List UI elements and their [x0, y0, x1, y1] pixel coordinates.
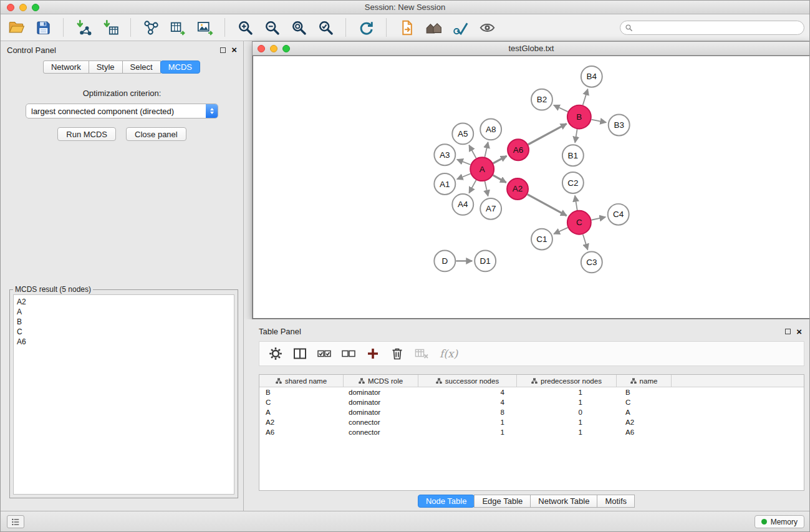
- table-cell[interactable]: B: [259, 387, 344, 397]
- table-cell[interactable]: A: [259, 407, 344, 417]
- zoom-in-button[interactable]: [233, 17, 257, 38]
- tab-motifs[interactable]: Motifs: [597, 495, 635, 508]
- table-cell[interactable]: 1: [517, 417, 617, 427]
- graph-edge-A-A8[interactable]: [485, 142, 488, 157]
- graph-node-A4[interactable]: A4: [452, 194, 473, 215]
- tab-style[interactable]: Style: [89, 60, 123, 74]
- graph-edge-B-B4[interactable]: [583, 89, 588, 105]
- table-cell[interactable]: 4: [418, 387, 517, 397]
- save-session-button[interactable]: [31, 17, 55, 38]
- import-network-button[interactable]: [72, 17, 95, 38]
- table-cell[interactable]: dominator: [344, 387, 418, 397]
- zoom-out-button[interactable]: [260, 17, 284, 38]
- graph-edge-A-A7[interactable]: [485, 181, 488, 196]
- table-cell[interactable]: A2: [617, 417, 672, 427]
- zoom-window-button[interactable]: [32, 4, 39, 11]
- table-cell[interactable]: connector: [344, 417, 418, 427]
- table-row[interactable]: Adominator80A: [259, 407, 804, 417]
- export-table-button[interactable]: [166, 17, 190, 38]
- import-table-button[interactable]: [99, 17, 122, 38]
- table-row[interactable]: Bdominator41B: [259, 387, 804, 397]
- graph-node-A1[interactable]: A1: [434, 173, 455, 195]
- graph-edge-B-B1[interactable]: [575, 129, 577, 142]
- network-minimize-button[interactable]: [270, 45, 277, 52]
- column-header-shared-name[interactable]: shared name: [259, 375, 344, 387]
- graph-node-B3[interactable]: B3: [609, 115, 630, 136]
- graph-edge-A-A2[interactable]: [493, 175, 506, 183]
- float-panel-icon[interactable]: [220, 47, 226, 53]
- graph-node-A2[interactable]: A2: [507, 178, 528, 200]
- graph-node-B1[interactable]: B1: [562, 145, 584, 166]
- open-folder-button[interactable]: [4, 17, 28, 38]
- close-table-panel-icon[interactable]: ×: [796, 329, 802, 335]
- graph-node-C4[interactable]: C4: [608, 204, 629, 225]
- search-input[interactable]: [633, 24, 804, 32]
- tab-network[interactable]: Network: [43, 60, 89, 74]
- table-cell[interactable]: 1: [517, 397, 617, 407]
- home-layout-button[interactable]: [422, 17, 445, 38]
- table-cell[interactable]: 8: [418, 407, 517, 417]
- graph-node-A5[interactable]: A5: [452, 123, 473, 144]
- minimize-window-button[interactable]: [19, 4, 27, 11]
- graph-node-C2[interactable]: C2: [562, 172, 584, 193]
- graph-node-A6[interactable]: A6: [508, 139, 529, 160]
- graph-node-A[interactable]: A: [470, 157, 494, 181]
- refresh-layout-button[interactable]: [354, 17, 378, 38]
- graph-node-A8[interactable]: A8: [480, 119, 501, 140]
- graph-node-C3[interactable]: C3: [581, 252, 602, 273]
- show-hide-button[interactable]: [475, 17, 499, 38]
- graph-edge-C-C1[interactable]: [554, 228, 568, 234]
- table-cell[interactable]: dominator: [344, 407, 418, 417]
- table-cell[interactable]: A6: [617, 427, 672, 437]
- graph-edge-A-A1[interactable]: [457, 174, 471, 180]
- table-cell[interactable]: 1: [418, 417, 517, 427]
- table-cell[interactable]: C: [259, 397, 344, 407]
- network-zoom-button[interactable]: [282, 45, 290, 52]
- settings-gear-button[interactable]: [267, 345, 284, 362]
- graph-node-C1[interactable]: C1: [531, 229, 552, 250]
- zoom-fit-button[interactable]: [287, 17, 311, 38]
- graph-node-D1[interactable]: D1: [475, 251, 496, 272]
- memory-indicator[interactable]: Memory: [755, 515, 804, 528]
- graph-node-B2[interactable]: B2: [531, 89, 552, 110]
- apply-style-button[interactable]: [448, 17, 472, 38]
- result-item[interactable]: B: [17, 317, 231, 327]
- graph-node-D[interactable]: D: [434, 251, 455, 272]
- select-all-button[interactable]: [316, 345, 333, 362]
- add-column-button[interactable]: [364, 345, 382, 362]
- table-cell[interactable]: 0: [517, 407, 617, 417]
- network-canvas[interactable]: B4B2BB3A5A8A6B1A3AC2A1A2A4A7C4CC1C3DD1: [253, 56, 810, 319]
- criterion-dropdown[interactable]: largest connected component (directed): [26, 104, 218, 118]
- graph-edge-A6-B[interactable]: [528, 123, 567, 144]
- import-network-file-button[interactable]: [395, 17, 418, 38]
- zoom-selected-button[interactable]: [314, 17, 337, 38]
- graph-node-B4[interactable]: B4: [581, 66, 602, 87]
- result-item[interactable]: C: [17, 327, 231, 337]
- function-builder-button[interactable]: f(x): [440, 347, 458, 360]
- search-box[interactable]: [620, 21, 804, 35]
- graph-edge-A-A6[interactable]: [493, 156, 507, 163]
- network-close-button[interactable]: [258, 45, 265, 52]
- tab-mcds[interactable]: MCDS: [160, 60, 200, 74]
- table-cell[interactable]: A: [617, 407, 672, 417]
- column-header-mcds-role[interactable]: MCDS role: [344, 375, 418, 387]
- graph-edge-A2-C[interactable]: [528, 195, 567, 216]
- table-cell[interactable]: A2: [259, 417, 344, 427]
- graph-edge-C-C4[interactable]: [591, 217, 605, 220]
- close-panel-button[interactable]: Close panel: [126, 127, 186, 141]
- close-panel-icon[interactable]: ×: [231, 47, 237, 53]
- panel-list-button[interactable]: [7, 515, 24, 528]
- tab-network-table[interactable]: Network Table: [530, 495, 597, 508]
- result-item[interactable]: A2: [17, 297, 231, 307]
- table-cell[interactable]: connector: [344, 427, 418, 437]
- graph-edge-A-A4[interactable]: [469, 180, 476, 193]
- column-header-successor-nodes[interactable]: successor nodes: [418, 375, 517, 387]
- column-header-predecessor-nodes[interactable]: predecessor nodes: [517, 375, 617, 387]
- graph-node-B[interactable]: B: [567, 105, 591, 129]
- run-mcds-button[interactable]: Run MCDS: [57, 127, 116, 141]
- table-row[interactable]: Cdominator41C: [259, 397, 804, 407]
- graph-node-C[interactable]: C: [567, 211, 591, 235]
- network-window-titlebar[interactable]: testGlobe.txt: [253, 42, 810, 56]
- table-cell[interactable]: 1: [517, 427, 617, 437]
- graph-edge-C-C2[interactable]: [575, 196, 577, 210]
